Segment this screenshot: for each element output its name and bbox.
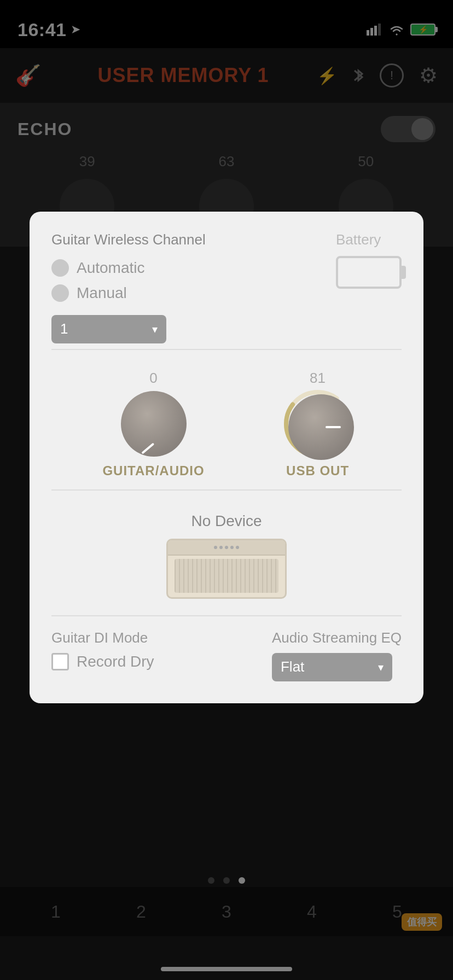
wireless-row: Guitar Wireless Channel Automatic Manual… bbox=[51, 231, 402, 343]
amp-illustration bbox=[166, 539, 287, 599]
channel-value: 1 bbox=[60, 320, 68, 337]
record-dry-label: Record Dry bbox=[77, 653, 154, 670]
battery-level-indicator bbox=[336, 256, 402, 289]
amp-dot-5 bbox=[236, 546, 239, 549]
eq-value: Flat bbox=[281, 658, 304, 675]
wireless-left: Guitar Wireless Channel Automatic Manual… bbox=[51, 231, 206, 343]
eq-label: Audio Streaming EQ bbox=[272, 629, 402, 646]
knobs-section: 0 GUITAR/AUDIO 81 bbox=[51, 370, 402, 479]
usb-out-knob-container: 81 USB OUT bbox=[285, 370, 351, 479]
di-mode-section: Guitar DI Mode Record Dry bbox=[51, 629, 154, 670]
guitar-audio-knob-base bbox=[121, 391, 187, 457]
amp-dot-3 bbox=[225, 546, 228, 549]
modal-overlay: Guitar Wireless Channel Automatic Manual… bbox=[0, 0, 453, 980]
radio-group: Automatic Manual bbox=[51, 259, 206, 302]
bottom-section: Guitar DI Mode Record Dry Audio Streamin… bbox=[51, 629, 402, 681]
wireless-channel-label: Guitar Wireless Channel bbox=[51, 231, 206, 248]
battery-section: Battery bbox=[336, 231, 402, 289]
divider-3 bbox=[51, 615, 402, 616]
radio-automatic-label: Automatic bbox=[77, 259, 145, 277]
radio-manual[interactable]: Manual bbox=[51, 284, 206, 302]
modal-dialog: Guitar Wireless Channel Automatic Manual… bbox=[30, 212, 423, 703]
amp-dot-1 bbox=[214, 546, 217, 549]
amp-top bbox=[168, 540, 285, 556]
no-device-text: No Device bbox=[191, 512, 262, 530]
amp-grille bbox=[175, 559, 278, 593]
divider-1 bbox=[51, 349, 402, 350]
eq-dropdown[interactable]: Flat ▾ bbox=[272, 653, 392, 681]
guitar-audio-value: 0 bbox=[149, 370, 157, 387]
battery-label: Battery bbox=[336, 231, 381, 248]
amp-dot-2 bbox=[219, 546, 223, 549]
usb-out-value: 81 bbox=[310, 370, 326, 387]
record-dry-checkbox[interactable] bbox=[51, 653, 69, 670]
divider-2 bbox=[51, 489, 402, 491]
eq-chevron-icon: ▾ bbox=[378, 661, 384, 674]
channel-chevron-icon: ▾ bbox=[152, 323, 158, 336]
guitar-audio-label: GUITAR/AUDIO bbox=[102, 463, 204, 479]
usb-out-knob[interactable] bbox=[285, 391, 351, 457]
channel-dropdown[interactable]: 1 ▾ bbox=[51, 315, 166, 343]
radio-automatic-btn[interactable] bbox=[51, 259, 69, 277]
no-device-section: No Device bbox=[51, 496, 402, 610]
streaming-eq-section: Audio Streaming EQ Flat ▾ bbox=[272, 629, 402, 681]
usb-out-indicator bbox=[326, 426, 341, 428]
usb-out-knob-base bbox=[288, 394, 354, 460]
radio-manual-btn[interactable] bbox=[51, 284, 69, 302]
guitar-audio-knob-container: 0 GUITAR/AUDIO bbox=[102, 370, 204, 479]
amp-dot-4 bbox=[230, 546, 234, 549]
radio-automatic[interactable]: Automatic bbox=[51, 259, 206, 277]
record-dry-row[interactable]: Record Dry bbox=[51, 653, 154, 670]
guitar-audio-knob[interactable] bbox=[121, 391, 187, 457]
radio-manual-label: Manual bbox=[77, 284, 127, 302]
usb-out-label: USB OUT bbox=[286, 463, 349, 479]
guitar-audio-indicator bbox=[141, 442, 154, 454]
di-mode-label: Guitar DI Mode bbox=[51, 629, 154, 646]
